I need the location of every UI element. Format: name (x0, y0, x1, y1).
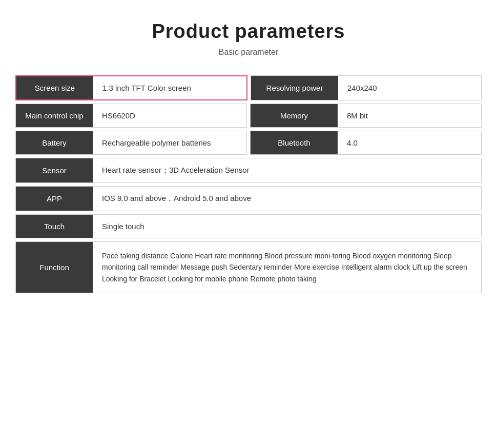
screen-size-label: Screen size (16, 76, 93, 99)
memory-label: Memory (251, 104, 338, 127)
app-value: IOS 9.0 and above，Android 5.0 and above (93, 187, 481, 211)
resolving-power-cell: Resolving power 240x240 (251, 75, 482, 100)
touch-label: Touch (16, 215, 93, 238)
bluetooth-cell: Bluetooth 4.0 (250, 131, 482, 155)
bluetooth-label: Bluetooth (251, 131, 338, 154)
page-subtitle: Basic parameter (219, 48, 279, 57)
memory-value: 8M bit (338, 104, 481, 127)
function-row: Function Pace taking distance Calorie He… (15, 241, 482, 293)
battery-value: Rechargeable polymer batteries (93, 131, 246, 154)
sensor-row: Sensor Heart rate sensor；3D Acceleration… (15, 158, 482, 183)
row-group-3: Battery Rechargeable polymer batteries B… (15, 131, 482, 155)
resolving-power-value: 240x240 (338, 76, 481, 100)
row-group-1: Screen size 1.3 inch TFT Color screen Re… (15, 75, 482, 100)
page-title: Product parameters (152, 21, 345, 43)
app-label: APP (16, 187, 93, 211)
params-table: Screen size 1.3 inch TFT Color screen Re… (15, 75, 482, 296)
sensor-value: Heart rate sensor；3D Acceleration Sensor (93, 158, 481, 182)
row-group-2: Main control chip HS6620D Memory 8M bit (15, 104, 482, 128)
screen-size-cell: Screen size 1.3 inch TFT Color screen (15, 75, 247, 100)
memory-cell: Memory 8M bit (250, 104, 482, 128)
screen-size-value: 1.3 inch TFT Color screen (93, 76, 246, 99)
resolving-power-label: Resolving power (251, 76, 338, 100)
bluetooth-value: 4.0 (338, 131, 481, 154)
touch-value: Single touch (93, 215, 481, 238)
main-control-chip-value: HS6620D (93, 104, 246, 127)
main-control-chip-cell: Main control chip HS6620D (15, 104, 247, 128)
battery-cell: Battery Rechargeable polymer batteries (15, 131, 247, 155)
app-row: APP IOS 9.0 and above，Android 5.0 and ab… (15, 186, 482, 211)
touch-row: Touch Single touch (15, 214, 482, 238)
function-value: Pace taking distance Calorie Heart rate … (93, 242, 481, 293)
function-label: Function (16, 242, 93, 293)
battery-label: Battery (16, 131, 93, 154)
main-control-chip-label: Main control chip (16, 104, 93, 127)
sensor-label: Sensor (16, 158, 93, 182)
